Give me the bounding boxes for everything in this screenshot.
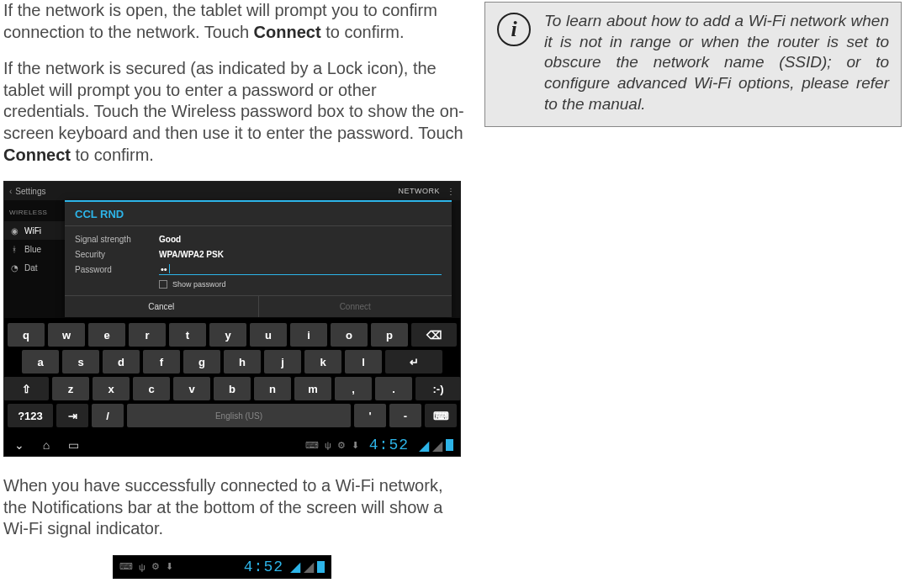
signal-strength-value: Good: [159, 235, 181, 244]
key-.: .: [375, 377, 412, 400]
wifi-signal-icon: ◢: [419, 437, 429, 453]
key-v: v: [173, 377, 210, 400]
settings-sidebar: WIRELESS ◉ WiFi ᚼ Blue ◔ Dat: [4, 200, 70, 318]
sidebar-section-label: WIRELESS: [4, 205, 70, 221]
signal-cluster: ◢ ◢: [290, 559, 325, 575]
key-a: a: [22, 350, 59, 373]
keyboard-status-icon: ⌨: [119, 561, 133, 572]
key-k: k: [304, 350, 341, 373]
key-n: n: [254, 377, 291, 400]
key-x: x: [93, 377, 130, 400]
info-icon: i: [497, 13, 531, 46]
cell-signal-icon: ◢: [432, 437, 442, 453]
download-status-icon: ⬇: [352, 440, 359, 451]
info-callout: i To learn about how to add a Wi-Fi netw…: [484, 2, 902, 127]
notification-bar-example: ⌨ ψ ⚙ ⬇ 4:52 ◢ ◢: [113, 555, 331, 579]
wifi-signal-icon: ◢: [290, 559, 300, 575]
key-e: e: [88, 323, 125, 347]
nav-recent-icon: ▭: [65, 438, 82, 452]
download-status-icon: ⬇: [166, 561, 173, 572]
key-c: c: [133, 377, 170, 400]
clock: 4:52: [244, 559, 283, 575]
signal-cluster: ◢ ◢: [419, 437, 453, 453]
key-dark w-wide: ?123: [8, 404, 53, 427]
system-nav-bar: ⌄ ⌂ ▭ ⌨ ψ ⚙ ⬇ 4:52 ◢ ◢: [4, 434, 460, 456]
connect-word-1: Connect: [254, 23, 321, 41]
battery-icon: [446, 439, 453, 451]
key-': ': [354, 404, 386, 427]
key-b: b: [214, 377, 251, 400]
key-t: t: [169, 323, 206, 347]
clock: 4:52: [369, 437, 409, 453]
key--: -: [389, 404, 421, 427]
key-s: s: [62, 350, 99, 373]
key-i: i: [290, 323, 327, 347]
checkbox-icon: [159, 280, 167, 289]
key-l: l: [345, 350, 382, 373]
show-password-checkbox: Show password: [75, 277, 442, 292]
sidebar-item-wifi: ◉ WiFi: [4, 221, 70, 240]
key-f: f: [143, 350, 180, 373]
debug-status-icon: ⚙: [151, 561, 160, 572]
dialog-network-name: CCL RND: [65, 202, 452, 226]
key-r: r: [129, 323, 166, 347]
battery-icon: [317, 561, 325, 573]
wifi-connect-dialog: CCL RND Signal strength Good Security WP…: [65, 200, 452, 317]
signal-strength-label: Signal strength: [75, 235, 159, 244]
key-z: z: [52, 377, 89, 400]
security-value: WPA/WPA2 PSK: [159, 250, 224, 259]
back-chevron-icon: ‹: [9, 187, 12, 196]
key-,: ,: [335, 377, 372, 400]
password-input: ••: [159, 263, 442, 275]
key-⇧: ⇧: [3, 377, 49, 400]
paragraph-connected: When you have successfully connected to …: [3, 475, 464, 540]
key-w: w: [48, 323, 85, 347]
key-dark w-wide: :-): [415, 377, 461, 400]
key-m: m: [294, 377, 331, 400]
info-text: To learn about how to add a Wi-Fi networ…: [544, 11, 889, 114]
bluetooth-icon: ᚼ: [9, 244, 19, 254]
nav-back-icon: ⌄: [11, 438, 28, 452]
cell-signal-icon: ◢: [304, 559, 314, 575]
overflow-menu-icon: ⋮: [447, 187, 455, 196]
keyboard-status-icon: ⌨: [305, 440, 319, 451]
usb-status-icon: ψ: [139, 562, 146, 572]
key-⌫: ⌫: [411, 323, 457, 347]
paragraph-secured-network: If the network is secured (as indicated …: [3, 58, 464, 166]
key-o: o: [331, 323, 368, 347]
key-/: /: [92, 404, 124, 427]
key-h: h: [224, 350, 261, 373]
key-p: p: [371, 323, 408, 347]
key-⇥: ⇥: [56, 404, 88, 427]
key-↵: ↵: [385, 350, 442, 373]
wifi-icon: ◉: [9, 225, 19, 236]
key-⌨: ⌨: [425, 404, 457, 427]
nav-home-icon: ⌂: [38, 438, 55, 452]
connect-word-2: Connect: [3, 146, 71, 164]
sidebar-item-data: ◔ Dat: [4, 258, 70, 277]
key-g: g: [183, 350, 220, 373]
onscreen-keyboard: qwertyuiop⌫ asdfghjkl↵ ⇧zxcvbnm,.:-) ?12…: [4, 318, 460, 434]
paragraph-open-network: If the network is open, the tablet will …: [3, 0, 464, 43]
sidebar-item-bluetooth: ᚼ Blue: [4, 240, 70, 258]
key-y: y: [209, 323, 246, 347]
key-q: q: [8, 323, 45, 347]
wifi-password-screenshot: ‹ Settings NETWORK ⋮ WIRELESS ◉ WiFi ᚼ B…: [3, 181, 461, 457]
key-w-space: English (US): [127, 404, 351, 427]
settings-titlebar: ‹ Settings NETWORK ⋮: [4, 182, 460, 200]
cancel-button: Cancel: [65, 296, 258, 317]
data-usage-icon: ◔: [9, 262, 19, 273]
add-network-label: NETWORK: [399, 187, 441, 195]
settings-label: Settings: [15, 187, 45, 196]
key-j: j: [264, 350, 301, 373]
status-tray: ⌨ ψ ⚙ ⬇: [305, 440, 359, 451]
debug-status-icon: ⚙: [337, 440, 346, 451]
key-u: u: [250, 323, 287, 347]
key-d: d: [103, 350, 140, 373]
security-label: Security: [75, 250, 159, 259]
usb-status-icon: ψ: [325, 440, 331, 450]
connect-button: Connect: [258, 296, 452, 317]
password-label: Password: [75, 265, 159, 274]
